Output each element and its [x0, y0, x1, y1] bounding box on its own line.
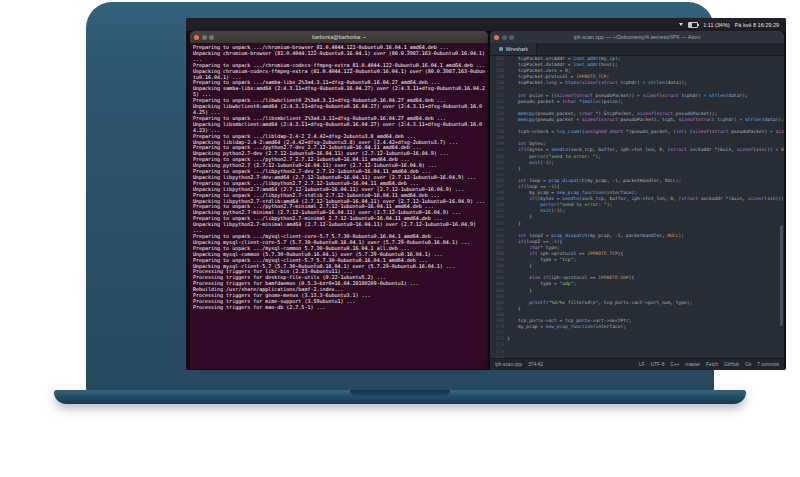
- status-item[interactable]: C++: [670, 362, 679, 367]
- status-item[interactable]: 7 commits: [757, 362, 779, 367]
- status-item[interactable]: iph-scan.cpp: [495, 362, 522, 367]
- laptop-notch: [350, 390, 450, 396]
- code-line: [507, 355, 784, 358]
- indicator-caret-icon[interactable]: [679, 23, 683, 26]
- maximize-icon[interactable]: [509, 35, 514, 40]
- tab-label: Wireshark: [506, 46, 529, 52]
- status-item[interactable]: LF: [639, 362, 645, 367]
- battery-label[interactable]: 1:11 (34%): [703, 22, 730, 28]
- status-left: iph-scan.cpp374:42: [495, 362, 543, 367]
- close-icon[interactable]: [194, 35, 199, 40]
- status-right: LFUTF-8C++masterFetchGitHubGit7 commits: [639, 362, 779, 367]
- editor-gutter: 3263273283293303313323333343353363373383…: [490, 56, 507, 358]
- editor[interactable]: 3263273283293303313323333343353363373383…: [490, 56, 784, 358]
- status-item[interactable]: GitHub: [724, 362, 739, 367]
- atom-title: iph-scan.cpp — ~/Dokumenty/4.semestr/IPK…: [574, 34, 701, 40]
- laptop-frame: 1:11 (34%) Pá kvě 8 16:29:29 barborka@ba…: [86, 2, 714, 392]
- clock[interactable]: Pá kvě 8 16:29:29: [735, 22, 779, 28]
- line-number: 375: [490, 355, 504, 358]
- tab-wireshark[interactable]: Wireshark: [491, 43, 537, 55]
- atom-titlebar[interactable]: iph-scan.cpp — ~/Dokumenty/4.semestr/IPK…: [490, 31, 784, 43]
- status-item[interactable]: master: [685, 362, 700, 367]
- code-line: int psize = ((sizeof(struct pseudoPacket…: [507, 93, 784, 99]
- page: 1:11 (34%) Pá kvě 8 16:29:29 barborka@ba…: [0, 0, 800, 477]
- tab-bar: Wireshark: [490, 43, 784, 56]
- screen: 1:11 (34%) Pá kvě 8 16:29:29 barborka@ba…: [186, 18, 786, 370]
- status-item[interactable]: Fetch: [706, 362, 718, 367]
- window-controls: [194, 35, 214, 40]
- atom-window: iph-scan.cpp — ~/Dokumenty/4.semestr/IPK…: [490, 31, 784, 370]
- file-icon: [499, 47, 503, 51]
- maximize-icon[interactable]: [209, 35, 214, 40]
- status-item[interactable]: Git: [745, 362, 751, 367]
- editor-scrollbar[interactable]: [780, 58, 783, 356]
- laptop-base: [54, 390, 746, 404]
- window-controls: [494, 35, 514, 40]
- code-line: tcph->check = tcp_csum((unsigned short *…: [507, 129, 784, 135]
- terminal-window: barborka@barborka: ~ Preparing to unpack…: [190, 31, 488, 369]
- editor-code: tcpPacket.srcAddr = inet_addr(my_ip); tc…: [507, 56, 784, 358]
- status-bar: iph-scan.cpp374:42 LFUTF-8C++masterFetch…: [490, 358, 784, 370]
- terminal-output[interactable]: Preparing to unpack .../chromium-browser…: [190, 43, 488, 369]
- battery-icon[interactable]: [688, 22, 698, 28]
- minimize-icon[interactable]: [202, 35, 207, 40]
- top-panel: 1:11 (34%) Pá kvě 8 16:29:29: [186, 18, 786, 31]
- scrollbar-thumb[interactable]: [780, 225, 783, 326]
- minimize-icon[interactable]: [502, 35, 507, 40]
- terminal-title: barborka@barborka: ~: [312, 34, 366, 40]
- code-line: memcpy(pseudo_packet + sizeof(struct pse…: [507, 117, 784, 123]
- close-icon[interactable]: [494, 35, 499, 40]
- terminal-titlebar[interactable]: barborka@barborka: ~: [190, 31, 488, 43]
- status-item[interactable]: 374:42: [528, 362, 543, 367]
- status-item[interactable]: UTF-8: [651, 362, 665, 367]
